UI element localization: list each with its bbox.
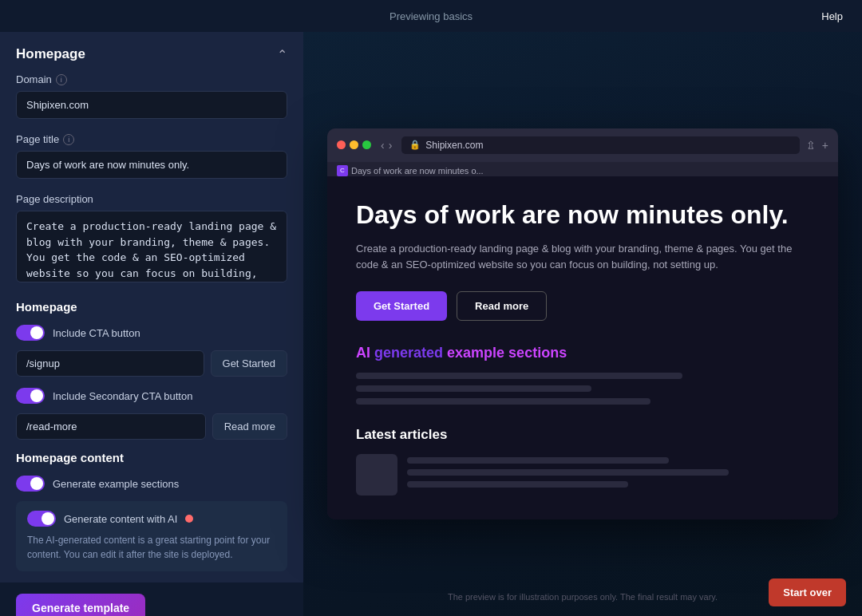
generate-example-toggle[interactable] bbox=[16, 476, 45, 492]
browser-new-tab-button[interactable]: + bbox=[822, 139, 828, 152]
main-layout: Homepage ⌃ Domain i Page title i bbox=[0, 32, 862, 616]
browser-back-button[interactable]: ‹ bbox=[381, 139, 385, 152]
ai-generate-sub-section: Generate content with AI The AI-generate… bbox=[16, 501, 287, 571]
browser-traffic-lights bbox=[337, 140, 371, 149]
ai-section: AI generated example sections bbox=[356, 345, 809, 405]
include-cta-toggle-row: Include CTA button bbox=[16, 325, 287, 341]
page-desc-input[interactable]: Create a production-ready landing page &… bbox=[16, 211, 287, 282]
browser-favicon: C bbox=[337, 165, 348, 176]
skeleton-line-1 bbox=[356, 373, 682, 379]
ai-indicator-dot bbox=[185, 515, 193, 523]
include-cta-label: Include CTA button bbox=[53, 327, 140, 339]
generate-example-toggle-row: Generate example sections bbox=[16, 476, 287, 492]
article-line-2 bbox=[407, 469, 729, 476]
cta-text-display: Get Started bbox=[211, 350, 287, 377]
help-button[interactable]: Help bbox=[821, 10, 843, 22]
include-secondary-cta-label: Include Secondary CTA button bbox=[53, 390, 192, 402]
browser-page-content: Days of work are now minutes only. Creat… bbox=[327, 176, 838, 519]
browser-address-bar[interactable]: 🔒 Shipixen.com bbox=[401, 136, 799, 154]
article-line-1 bbox=[407, 457, 669, 464]
homepage-section-heading: Homepage bbox=[16, 300, 287, 314]
get-started-button[interactable]: Get Started bbox=[356, 291, 447, 321]
previewing-label: Previewing basics bbox=[389, 10, 473, 22]
page-title-input[interactable] bbox=[16, 151, 287, 179]
sidebar-bottom-bar: Generate template bbox=[0, 582, 303, 616]
article-line-3 bbox=[407, 481, 628, 488]
cta-row: Get Started bbox=[16, 350, 287, 377]
skeleton-line-3 bbox=[356, 398, 650, 405]
browser-forward-button[interactable]: › bbox=[389, 139, 393, 152]
latest-articles-title: Latest articles bbox=[356, 427, 809, 443]
page-title-info-icon[interactable]: i bbox=[63, 134, 74, 145]
latest-articles-section: Latest articles bbox=[356, 427, 809, 496]
hero-description: Create a production-ready landing page &… bbox=[356, 241, 803, 274]
browser-tab-title: Days of work are now minutes o... bbox=[351, 166, 484, 176]
page-desc-label: Page description bbox=[16, 193, 287, 205]
sidebar: Homepage ⌃ Domain i Page title i bbox=[0, 32, 303, 616]
ai-section-title: AI generated example sections bbox=[356, 345, 809, 361]
preview-note: The preview is for illustration purposes… bbox=[448, 592, 718, 602]
ai-word-example: example sections bbox=[447, 345, 567, 361]
ai-generate-toggle-row: Generate content with AI bbox=[27, 511, 276, 527]
browser-tab-bar: C Days of work are now minutes o... bbox=[327, 162, 838, 176]
domain-field-group: Domain i bbox=[16, 73, 287, 119]
include-secondary-cta-toggle-row: Include Secondary CTA button bbox=[16, 388, 287, 404]
address-text: Shipixen.com bbox=[425, 140, 483, 151]
ai-word-ai: AI bbox=[356, 345, 370, 361]
ai-word-generated: generated bbox=[374, 345, 443, 361]
homepage-content-heading: Homepage content bbox=[16, 451, 287, 464]
preview-area: ‹ › 🔒 Shipixen.com ⇫ + C Days of work ar… bbox=[303, 32, 862, 616]
browser-share-button[interactable]: ⇫ bbox=[806, 139, 816, 152]
browser-close-dot[interactable] bbox=[337, 140, 346, 149]
read-more-button[interactable]: Read more bbox=[457, 291, 547, 321]
page-desc-field-group: Page description Create a production-rea… bbox=[16, 193, 287, 286]
generate-example-label: Generate example sections bbox=[53, 478, 179, 490]
start-over-button[interactable]: Start over bbox=[769, 578, 846, 606]
domain-label: Domain i bbox=[16, 73, 287, 85]
browser-minimize-dot[interactable] bbox=[350, 140, 358, 149]
secondary-cta-text-display: Read more bbox=[212, 413, 287, 440]
right-bottom-bar: Start over bbox=[769, 578, 846, 606]
secondary-cta-row: Read more bbox=[16, 413, 287, 440]
sidebar-content: Domain i Page title i Page description C… bbox=[0, 73, 303, 582]
sidebar-header: Homepage ⌃ bbox=[0, 32, 303, 73]
chevron-up-icon[interactable]: ⌃ bbox=[277, 47, 287, 62]
ai-generate-toggle[interactable] bbox=[27, 511, 56, 527]
generate-template-button[interactable]: Generate template bbox=[16, 594, 145, 616]
domain-info-icon[interactable]: i bbox=[56, 74, 67, 85]
browser-window: ‹ › 🔒 Shipixen.com ⇫ + C Days of work ar… bbox=[327, 128, 838, 519]
lock-icon: 🔒 bbox=[409, 140, 421, 150]
hero-buttons: Get Started Read more bbox=[356, 291, 809, 321]
article-thumbnail bbox=[356, 454, 397, 496]
ai-description: The AI-generated content is a great star… bbox=[27, 533, 276, 562]
include-cta-toggle[interactable] bbox=[16, 325, 45, 341]
secondary-cta-path-input[interactable] bbox=[16, 413, 206, 440]
skeleton-line-2 bbox=[356, 385, 591, 392]
browser-maximize-dot[interactable] bbox=[362, 140, 371, 149]
article-lines bbox=[407, 454, 809, 488]
browser-nav-buttons: ‹ › bbox=[381, 139, 392, 152]
domain-input[interactable] bbox=[16, 91, 287, 119]
skeleton-lines bbox=[356, 373, 809, 405]
page-title-field-group: Page title i bbox=[16, 133, 287, 179]
page-title-label: Page title i bbox=[16, 133, 287, 145]
article-row bbox=[356, 454, 809, 496]
hero-title: Days of work are now minutes only. bbox=[356, 200, 809, 230]
top-bar: Previewing basics Help bbox=[0, 0, 862, 32]
cta-path-input[interactable] bbox=[16, 350, 204, 377]
browser-action-buttons: ⇫ + bbox=[806, 139, 828, 152]
sidebar-title: Homepage bbox=[16, 46, 85, 62]
browser-chrome-bar: ‹ › 🔒 Shipixen.com ⇫ + bbox=[327, 128, 838, 162]
include-secondary-cta-toggle[interactable] bbox=[16, 388, 45, 404]
ai-generate-label: Generate content with AI bbox=[64, 513, 177, 525]
